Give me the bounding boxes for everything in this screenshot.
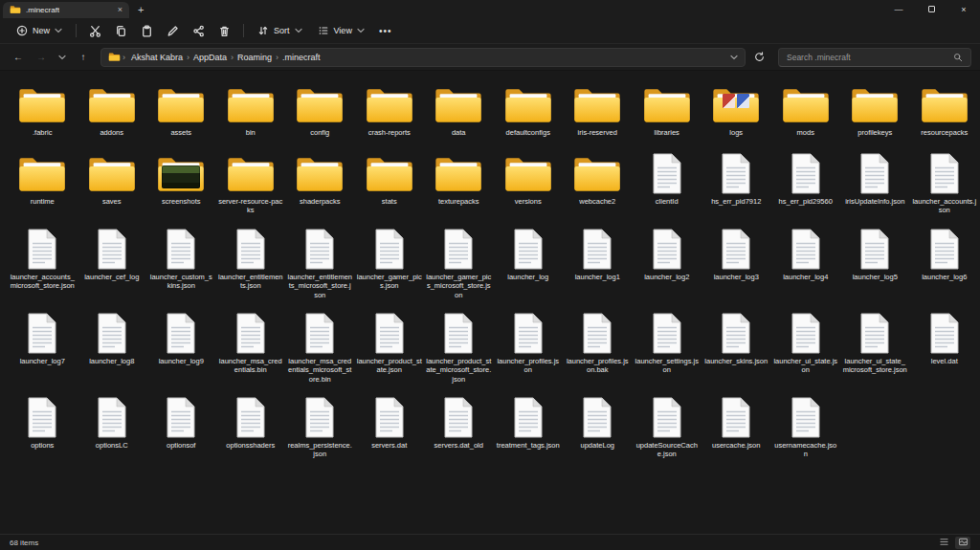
file-item[interactable]: launcher_log4 [771,223,841,307]
file-item[interactable]: launcher_cef_log [78,223,147,307]
recent-locations-button[interactable] [55,55,70,60]
folder-item[interactable]: stats [355,147,425,223]
file-item[interactable]: launcher_custom_skins.json [146,223,216,307]
folder-item[interactable]: shaderpacks [285,147,355,223]
more-options-button[interactable]: ••• [373,26,398,36]
file-item[interactable]: launcher_ui_state_microsoft_store.json [840,307,910,391]
file-item[interactable]: launcher_log [494,223,564,307]
breadcrumb-item[interactable]: .minecraft [278,53,324,62]
file-item[interactable]: launcher_settings.json [633,307,702,391]
file-item[interactable]: level.dat [910,307,980,391]
file-item[interactable]: realms_persistence.json [285,391,355,467]
folder-item[interactable]: data [424,78,494,147]
copy-button[interactable] [109,22,133,40]
file-item[interactable]: launcher_entitlements_microsoft_store.js… [285,223,355,307]
address-bar[interactable]: › Akshat Kabra›AppData›Roaming›.minecraf… [100,48,746,67]
file-item[interactable]: launcher_log7 [8,307,78,391]
tab-close-icon[interactable]: × [118,6,122,14]
file-item[interactable]: launcher_entitlements.json [216,223,286,307]
back-button[interactable]: ← [9,52,28,62]
file-item[interactable]: launcher_profiles.json.bak [563,307,633,391]
file-item[interactable]: options [8,391,78,467]
rename-button[interactable] [161,22,185,40]
folder-item[interactable]: profilekeys [840,78,910,147]
share-button[interactable] [187,22,211,40]
file-item[interactable]: launcher_ui_state.json [771,307,841,391]
chevron-down-icon[interactable] [730,55,738,60]
new-tab-button[interactable]: + [129,2,152,18]
folder-icon [365,151,414,195]
maximize-button[interactable] [915,0,947,18]
file-item[interactable]: launcher_skins.json [702,307,771,391]
sort-button[interactable]: Sort [251,22,309,39]
file-item[interactable]: launcher_log8 [78,307,147,391]
file-item[interactable]: updateLog [563,391,633,467]
folder-item[interactable]: addons [78,78,147,147]
folder-item[interactable]: saves [78,147,147,223]
file-item[interactable]: launcher_product_state_microsoft_store.j… [424,307,494,391]
folder-item[interactable]: bin [216,78,286,147]
folder-item[interactable]: defaultconfigs [494,78,564,147]
explorer-tab[interactable]: .minecraft × [3,2,129,18]
folder-item[interactable]: config [285,78,355,147]
cut-button[interactable] [83,22,107,40]
file-item[interactable]: servers.dat [355,391,425,467]
file-item[interactable]: launcher_msa_credentials_microsoft_store… [285,307,355,391]
folder-item[interactable]: iris-reserved [563,78,633,147]
close-button[interactable]: × [947,0,980,18]
minimize-button[interactable]: — [882,0,915,18]
file-item[interactable]: launcher_log5 [840,223,910,307]
breadcrumb-item[interactable]: Akshat Kabra [127,53,187,62]
details-view-button[interactable] [936,537,951,549]
file-item[interactable]: launcher_log1 [563,223,633,307]
forward-button[interactable]: → [32,52,51,62]
large-icons-view-button[interactable] [955,537,970,549]
folder-item[interactable]: .fabric [8,78,78,147]
folder-item[interactable]: crash-reports [355,78,425,147]
folder-item[interactable]: resourcepacks [910,78,980,147]
item-label: treatment_tags.json [497,441,560,450]
folder-item[interactable]: logs [702,78,771,147]
file-item[interactable]: usercache.json [702,391,771,467]
file-item[interactable]: launcher_log3 [702,223,771,307]
file-item[interactable]: launcher_log2 [633,223,702,307]
file-item[interactable]: launcher_accounts.json [910,147,980,223]
paste-button[interactable] [135,22,159,40]
refresh-button[interactable] [749,49,768,66]
folder-item[interactable]: webcache2 [563,147,633,223]
file-item[interactable]: launcher_log9 [146,307,216,391]
file-item[interactable]: launcher_product_state.json [355,307,425,391]
file-item[interactable]: launcher_msa_credentials.bin [216,307,286,391]
file-item[interactable]: optionsof [146,391,216,467]
folder-item[interactable]: versions [494,147,564,223]
folder-item[interactable]: runtime [8,147,78,223]
folder-item[interactable]: texturepacks [424,147,494,223]
folder-item[interactable]: assets [146,78,216,147]
file-item[interactable]: irisUpdateInfo.json [840,147,910,223]
file-item[interactable]: clientId [633,147,702,223]
new-button[interactable]: New [10,22,69,39]
file-item[interactable]: launcher_gamer_pics_microsoft_store.json [424,223,494,307]
folder-item[interactable]: server-resource-packs [216,147,286,223]
view-button[interactable]: View [311,22,371,39]
up-button[interactable]: ↑ [74,52,93,62]
file-item[interactable]: optionsLC [78,391,147,467]
file-item[interactable]: optionsshaders [216,391,286,467]
breadcrumb-item[interactable]: Roaming [234,53,276,62]
file-item[interactable]: hs_err_pid29560 [771,147,841,223]
file-item[interactable]: treatment_tags.json [494,391,564,467]
folder-item[interactable]: libraries [633,78,702,147]
file-item[interactable]: launcher_profiles.json [494,307,564,391]
file-item[interactable]: hs_err_pid7912 [702,147,771,223]
file-item[interactable]: servers.dat_old [424,391,494,467]
delete-button[interactable] [212,22,236,40]
file-item[interactable]: updateSourceCache.json [633,391,702,467]
search-input[interactable] [787,53,953,62]
file-item[interactable]: usernamecache.json [771,391,841,467]
folder-item[interactable]: mods [771,78,841,147]
file-item[interactable]: launcher_gamer_pics.json [355,223,425,307]
folder-item[interactable]: screenshots [146,147,216,223]
breadcrumb-item[interactable]: AppData [189,53,231,62]
file-item[interactable]: launcher_log6 [910,223,980,307]
file-item[interactable]: launcher_accounts_microsoft_store.json [8,223,78,307]
